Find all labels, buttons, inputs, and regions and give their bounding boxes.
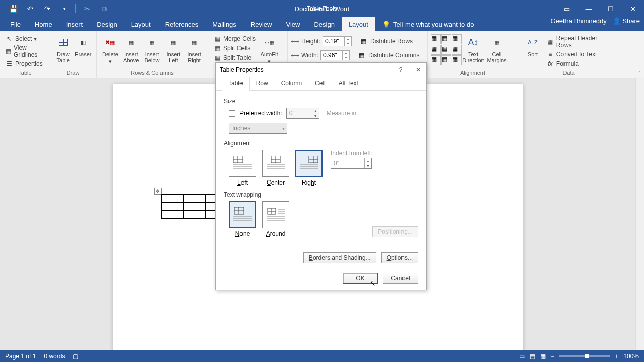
preferred-width-checkbox[interactable] [229,110,235,117]
tab-home[interactable]: Home [28,17,59,31]
zoom-level[interactable]: 100% [623,353,639,360]
align-tr-button[interactable]: ▦ [452,34,462,44]
group-label-draw: Draw [53,70,93,78]
split-table-button[interactable]: ▦Split Table [211,53,258,62]
sort-button[interactable]: A↓ZSort [521,32,544,57]
tab-layout[interactable]: Layout [124,17,158,31]
insert-below-button[interactable]: ▦Insert Below [142,32,163,63]
undo-icon[interactable]: ↶ [22,2,38,16]
dialog-tab-row[interactable]: Row [250,77,275,90]
autofit-button[interactable]: ⇔▦AutoFit▾ [258,32,281,65]
align-center-option[interactable] [262,150,289,177]
delete-button[interactable]: ✖▦Delete▾ [100,32,121,65]
wrap-around-icon [267,207,285,222]
ok-button[interactable]: OK [343,273,378,284]
ribbon-options-icon[interactable]: ▭ [555,1,578,16]
print-layout-icon[interactable]: ▤ [530,353,535,360]
read-mode-icon[interactable]: ▭ [519,353,525,360]
minimize-icon[interactable]: — [578,1,600,16]
eraser-button[interactable]: ◧Eraser [73,32,94,57]
align-tc-button[interactable]: ▦ [441,34,451,44]
align-tl-button[interactable]: ▦ [431,34,441,44]
zoom-slider[interactable] [559,355,610,357]
repeat-header-button[interactable]: ▦Repeat Header Rows [544,34,616,49]
tab-review[interactable]: Review [244,17,279,31]
merge-icon: ▦ [213,35,221,43]
indent-from-left-input[interactable]: 0"▲▼ [331,158,372,169]
tab-mailings[interactable]: Mailings [205,17,244,31]
insert-right-button[interactable]: ▦Insert Right [184,32,205,63]
copy-icon[interactable]: ⧉ [96,2,112,16]
align-bl-button[interactable]: ▦ [431,55,441,65]
close-icon[interactable]: ✕ [622,1,644,16]
dialog-tab-column[interactable]: Column [275,77,308,90]
table-move-handle-icon[interactable]: ✥ [154,188,162,195]
wrap-none-label: None [235,230,250,237]
align-right-option[interactable] [295,150,323,177]
page-indicator[interactable]: Page 1 of 1 [5,353,36,360]
tab-table-layout[interactable]: Layout [342,17,375,31]
height-input[interactable]: 0.19"▲▼ [323,36,352,46]
options-button[interactable]: Options... [381,252,418,263]
formula-button[interactable]: fxFormula [544,59,616,68]
save-icon[interactable]: 💾 [5,2,21,16]
dialog-titlebar[interactable]: Table Properties ? ✕ [216,63,426,77]
align-ml-button[interactable]: ▦ [431,45,441,55]
tab-view[interactable]: View [279,17,307,31]
user-name[interactable]: Geetha Bhimireddy [550,17,606,25]
tell-me-search[interactable]: 💡 Tell me what you want to do [375,17,474,31]
view-gridlines-button[interactable]: ▦View Gridlines [3,44,47,59]
cell-margins-icon: ▦ [489,34,505,50]
tab-references[interactable]: References [158,17,205,31]
tab-design[interactable]: Design [90,17,124,31]
draw-table-button[interactable]: Draw Table [53,32,73,63]
maximize-icon[interactable]: ☐ [600,1,622,16]
select-button[interactable]: ↖Select ▾ [3,34,47,43]
measure-in-combo[interactable]: Inches [229,123,287,134]
align-left-option[interactable] [229,150,256,177]
insert-left-button[interactable]: ▦Insert Left [163,32,184,63]
group-label-table: Table [3,70,47,78]
collapse-ribbon-icon[interactable]: ˄ [638,70,641,76]
gridlines-icon: ▦ [5,47,12,55]
borders-shading-button[interactable]: Borders and Shading... [303,252,376,263]
text-direction-button[interactable]: A↕Text Direction [462,32,485,63]
autofit-icon: ⇔▦ [261,34,277,50]
word-count[interactable]: 0 words [44,353,65,360]
preferred-width-input[interactable]: 0"▲▼ [286,108,319,119]
close-icon[interactable]: ✕ [412,66,424,73]
tab-insert[interactable]: Insert [59,17,90,31]
spellcheck-icon[interactable]: ▢ [73,353,78,360]
distribute-rows-button[interactable]: Distribute Rows [368,37,415,45]
cancel-button[interactable]: Cancel [383,273,418,284]
properties-button[interactable]: ☰Properties [3,59,47,68]
help-icon[interactable]: ? [395,66,407,73]
zoom-out-icon[interactable]: − [551,353,554,360]
align-right-label: Right [302,179,316,186]
dialog-tab-cell[interactable]: Cell [308,77,332,90]
wrap-around-option[interactable] [262,201,289,228]
redo-icon[interactable]: ↷ [39,2,55,16]
convert-text-button[interactable]: ≡Convert to Text [544,50,616,59]
web-layout-icon[interactable]: ▦ [540,353,546,360]
align-mr-button[interactable]: ▦ [452,45,462,55]
tab-file[interactable]: File [3,17,28,31]
tab-table-design[interactable]: Design [307,17,341,31]
zoom-in-icon[interactable]: + [615,353,618,360]
vertical-scrollbar[interactable] [635,78,644,350]
cell-margins-button[interactable]: ▦Cell Margins [485,32,508,63]
split-cells-button[interactable]: ▦Split Cells [211,44,258,53]
insert-above-button[interactable]: ▦Insert Above [121,32,142,63]
align-mc-button[interactable]: ▦ [441,45,451,55]
qat-dropdown-icon[interactable]: ▾ [56,2,72,16]
merge-cells-button[interactable]: ▦Merge Cells [211,34,258,43]
distribute-columns-button[interactable]: Distribute Columns [366,51,421,59]
dialog-tab-alttext[interactable]: Alt Text [332,77,365,90]
share-button[interactable]: 👤 Share [613,17,640,25]
cut-icon[interactable]: ✂ [79,2,95,16]
dialog-tab-table[interactable]: Table [222,77,250,90]
wrap-none-option[interactable] [229,201,256,228]
align-bc-button[interactable]: ▦ [441,55,451,65]
align-br-button[interactable]: ▦ [452,55,462,65]
width-input[interactable]: 0.96"▲▼ [320,50,350,60]
